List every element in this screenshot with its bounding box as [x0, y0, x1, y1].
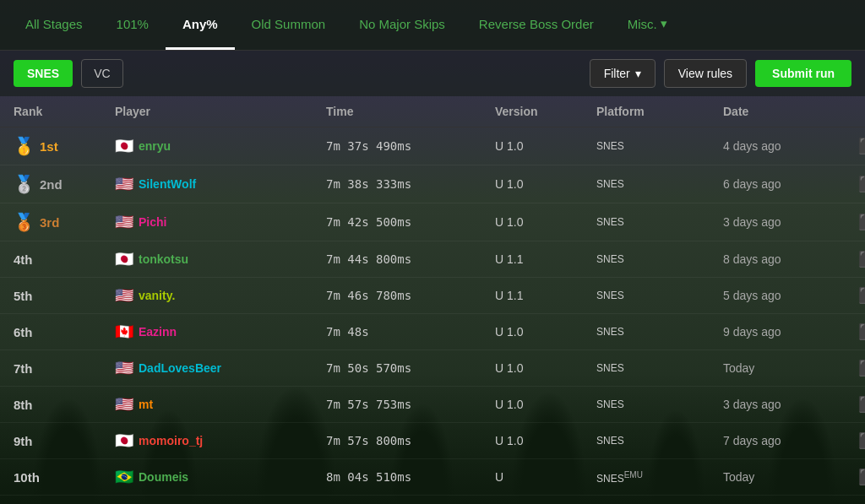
rank-cell: 9th [14, 434, 115, 448]
video-cell[interactable]: ⬛ [858, 322, 865, 341]
video-icon[interactable]: ⬛ [858, 323, 865, 340]
player-name[interactable]: momoiro_tj [139, 434, 203, 447]
player-name[interactable]: SilentWolf [139, 177, 196, 191]
tab-reverse-boss-order[interactable]: Reverse Boss Order [462, 0, 611, 50]
video-cell[interactable]: ⬛ [858, 431, 865, 450]
view-rules-button[interactable]: View rules [664, 59, 747, 88]
video-icon[interactable]: ⬛ [858, 396, 865, 413]
rank-text: 10th [14, 470, 40, 485]
player-cell: 🇺🇸 Pichi [115, 213, 326, 231]
time-cell: 7m 48s [326, 325, 495, 339]
rank-text: 5th [14, 289, 33, 303]
table-row[interactable]: 🥈2nd 🇺🇸 SilentWolf 7m 38s 333ms U 1.0 SN… [0, 165, 865, 203]
table-row[interactable]: 9th 🇯🇵 momoiro_tj 7m 57s 800ms U 1.0 SNE… [0, 423, 865, 459]
video-cell[interactable]: ⬛ [858, 286, 865, 305]
player-flag: 🇺🇸 [115, 175, 133, 193]
player-cell: 🇺🇸 DadLovesBeer [115, 359, 326, 377]
player-cell: 🇺🇸 mt [115, 395, 326, 414]
filter-chevron-icon: ▾ [635, 67, 641, 80]
player-name[interactable]: Eazinn [139, 325, 177, 339]
video-icon[interactable]: ⬛ [858, 432, 865, 449]
rank-cell: 🥉3rd [14, 212, 115, 232]
player-name[interactable]: Doumeis [139, 470, 188, 484]
player-name[interactable]: DadLovesBeer [139, 361, 221, 375]
platform-name: SNES [596, 253, 624, 265]
table-header: Rank Player Time Version Platform Date [0, 96, 865, 127]
video-cell[interactable]: ⬛ [858, 359, 865, 377]
table-row[interactable]: 5th 🇺🇸 vanity. 7m 46s 780ms U 1.1 SNES 5… [0, 278, 865, 314]
tab-old-summon-label: Old Summon [252, 17, 326, 31]
video-cell[interactable]: ⬛ [858, 175, 865, 193]
tab-no-major-skips-label: No Major Skips [359, 17, 445, 31]
video-cell[interactable]: ⬛ [858, 137, 865, 155]
tab-old-summon[interactable]: Old Summon [235, 0, 343, 50]
chevron-down-icon: ▾ [661, 16, 667, 31]
video-icon[interactable]: ⬛ [858, 360, 865, 377]
rank-text: 2nd [40, 177, 63, 192]
video-cell[interactable]: ⬛ [858, 468, 865, 486]
controls-row: SNES VC Filter ▾ View rules Submit run [0, 51, 865, 96]
tab-all-stages[interactable]: All Stages [8, 0, 100, 50]
time-cell: 8m 04s 510ms [326, 470, 495, 484]
header-player: Player [115, 105, 326, 118]
header-rank: Rank [14, 105, 115, 118]
date-cell: 3 days ago [723, 398, 858, 411]
tab-any-pct[interactable]: Any% [166, 0, 235, 50]
rank-text: 8th [14, 398, 33, 412]
table-row[interactable]: 7th 🇺🇸 DadLovesBeer 7m 50s 570ms U 1.0 S… [0, 350, 865, 387]
snes-button[interactable]: SNES [14, 60, 73, 87]
player-name[interactable]: enryu [139, 139, 171, 153]
vc-button[interactable]: VC [81, 59, 122, 88]
table-row[interactable]: 6th 🇨🇦 Eazinn 7m 48s U 1.0 SNES 9 days a… [0, 314, 865, 350]
player-name[interactable]: vanity. [139, 289, 175, 302]
video-icon[interactable]: ⬛ [858, 251, 865, 268]
player-name[interactable]: tonkotsu [139, 252, 188, 266]
video-icon[interactable]: ⬛ [858, 214, 865, 230]
player-flag: 🇨🇦 [115, 322, 133, 341]
player-flag: 🇧🇷 [115, 468, 133, 486]
player-flag: 🇯🇵 [115, 250, 133, 268]
submit-run-button[interactable]: Submit run [755, 60, 851, 87]
player-name[interactable]: mt [139, 398, 153, 411]
rank-text: 1st [40, 139, 58, 154]
player-flag: 🇺🇸 [115, 213, 133, 231]
tab-misc[interactable]: Misc. ▾ [611, 0, 684, 50]
date-cell: 6 days ago [723, 177, 858, 191]
tab-101pct[interactable]: 101% [100, 0, 166, 50]
video-icon[interactable]: ⬛ [858, 287, 865, 304]
table-row[interactable]: 10th 🇧🇷 Doumeis 8m 04s 510ms U SNESEMU T… [0, 459, 865, 496]
table-row[interactable]: 8th 🇺🇸 mt 7m 57s 753ms U 1.0 SNES 3 days… [0, 387, 865, 423]
video-icon[interactable]: ⬛ [858, 469, 865, 485]
version-cell: U 1.1 [495, 289, 596, 302]
video-icon[interactable]: ⬛ [858, 138, 865, 154]
table-row[interactable]: 🥉3rd 🇺🇸 Pichi 7m 42s 500ms U 1.0 SNES 3 … [0, 203, 865, 241]
table-row[interactable]: 4th 🇯🇵 tonkotsu 7m 44s 800ms U 1.1 SNES … [0, 241, 865, 278]
video-cell[interactable]: ⬛ [858, 395, 865, 414]
player-flag: 🇺🇸 [115, 395, 133, 414]
video-cell[interactable]: ⬛ [858, 250, 865, 268]
time-cell: 7m 38s 333ms [326, 177, 495, 191]
table-row[interactable]: 🥇1st 🇯🇵 enryu 7m 37s 490ms U 1.0 SNES 4 … [0, 127, 865, 165]
video-cell[interactable]: ⬛ [858, 213, 865, 231]
player-name[interactable]: Pichi [139, 215, 166, 229]
rank-cell: 7th [14, 361, 115, 376]
rank-cell: 10th [14, 470, 115, 485]
platform-cell: SNES [596, 290, 723, 301]
rank-text: 4th [14, 252, 33, 267]
nav-tabs: All Stages 101% Any% Old Summon No Major… [0, 0, 865, 51]
tab-any-pct-label: Any% [182, 17, 218, 31]
tab-101pct-label: 101% [117, 17, 149, 31]
emu-label: EMU [624, 470, 643, 480]
platform-cell: SNES [596, 326, 723, 338]
player-cell: 🇺🇸 SilentWolf [115, 175, 326, 193]
tab-no-major-skips[interactable]: No Major Skips [342, 0, 462, 50]
platform-name: SNES [596, 140, 624, 152]
time-cell: 7m 46s 780ms [326, 289, 495, 302]
player-cell: 🇧🇷 Doumeis [115, 468, 326, 486]
rank-medal: 🥇 [14, 136, 35, 156]
video-icon[interactable]: ⬛ [858, 176, 865, 192]
rank-medal: 🥉 [14, 212, 35, 232]
filter-button[interactable]: Filter ▾ [590, 59, 656, 88]
platform-cell: SNES [596, 140, 723, 152]
platform-cell: SNES [596, 178, 723, 190]
